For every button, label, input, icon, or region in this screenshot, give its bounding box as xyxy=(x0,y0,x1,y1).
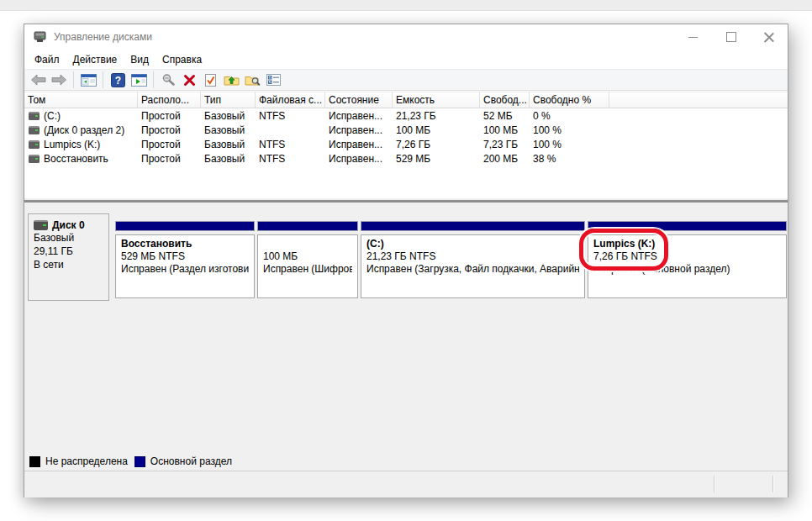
close-button[interactable] xyxy=(750,24,788,50)
volume-fs: NTFS xyxy=(256,139,325,150)
partition-size: 100 МБ xyxy=(263,250,352,263)
disk-management-app-icon xyxy=(33,31,48,43)
volume-status: Исправен... xyxy=(325,139,393,150)
volume-free: 7,23 ГБ xyxy=(480,139,530,150)
legend-item-primary-partition: Основной раздел xyxy=(134,455,232,467)
volume-capacity: 529 МБ xyxy=(393,153,480,165)
volume-fs: NTFS xyxy=(256,153,325,165)
column-header-capacity[interactable]: Емкость xyxy=(393,92,480,108)
volume-free-pct: 100 % xyxy=(530,139,609,150)
partition-name xyxy=(263,238,352,250)
partition-status: Исправен (Раздел изготовит xyxy=(121,263,249,276)
partition-efi-100mb[interactable]: 100 МБ Исправен (Шифров xyxy=(257,221,358,301)
properties-tool-icon[interactable] xyxy=(159,71,177,89)
volume-layout: Простой xyxy=(138,153,201,165)
table-row-disk0-partition2[interactable]: (Диск 0 раздел 2) Простой Базовый Исправ… xyxy=(24,123,788,137)
page-background-strip xyxy=(0,0,812,11)
disk-type: Базовый xyxy=(34,231,108,245)
volume-status: Исправен... xyxy=(325,153,393,165)
minimize-button[interactable] xyxy=(674,24,712,50)
window-title: Управление дисками xyxy=(54,31,152,43)
volume-type: Базовый xyxy=(201,139,256,150)
volume-name: Восстановить xyxy=(44,153,108,165)
menu-action[interactable]: Действие xyxy=(66,51,124,68)
volume-status: Исправен... xyxy=(325,124,393,136)
partition-name: Lumpics (K:) xyxy=(593,238,781,250)
column-header-filesystem[interactable]: Файловая с... xyxy=(256,92,325,108)
explore-folder-icon[interactable] xyxy=(243,71,261,89)
view-options-icon[interactable] xyxy=(264,71,282,89)
delete-volume-icon[interactable] xyxy=(180,71,198,89)
back-icon[interactable] xyxy=(29,71,47,89)
legend-item-unallocated: Не распределена xyxy=(29,455,128,467)
partition-status: Исправен (Шифров xyxy=(263,263,352,276)
volume-name: (Диск 0 раздел 2) xyxy=(44,124,124,136)
column-header-free-pct[interactable]: Свободно % xyxy=(530,92,609,108)
partition-name: Восстановить xyxy=(121,238,249,250)
volume-table-header: Том Располо... Тип Файловая с... Состоян… xyxy=(24,92,788,108)
volume-icon xyxy=(29,155,40,163)
action-pane-icon[interactable] xyxy=(129,71,148,89)
menu-view[interactable]: Вид xyxy=(124,51,156,68)
volume-name: (C:) xyxy=(44,110,61,122)
table-row-volume-c[interactable]: (C:) Простой Базовый NTFS Исправен... 21… xyxy=(24,108,788,123)
legend-swatch-unallocated xyxy=(29,456,40,467)
volume-capacity: 7,26 ГБ xyxy=(393,139,480,150)
close-icon xyxy=(764,32,774,42)
partition-name: (C:) xyxy=(366,238,579,250)
title-bar: Управление дисками xyxy=(24,24,788,50)
menu-file[interactable]: Файл xyxy=(28,51,66,68)
console-tree-icon[interactable] xyxy=(79,71,98,89)
volume-type: Базовый xyxy=(201,153,256,165)
volume-name: Lumpics (K:) xyxy=(44,139,100,150)
status-bar-divider xyxy=(714,476,715,492)
status-bar xyxy=(24,471,788,497)
volume-list-pane: Том Располо... Тип Файловая с... Состоян… xyxy=(24,92,788,198)
minimize-icon xyxy=(688,37,698,38)
volume-free-pct: 0 % xyxy=(530,110,609,122)
volume-icon xyxy=(29,140,40,149)
volume-free: 52 МБ xyxy=(480,110,530,122)
volume-free: 200 МБ xyxy=(480,153,530,165)
volume-layout: Простой xyxy=(138,124,201,136)
svg-text:?: ? xyxy=(114,75,120,87)
maximize-icon xyxy=(726,32,736,42)
volume-capacity: 100 МБ xyxy=(393,124,480,136)
partition-recovery[interactable]: Восстановить 529 МБ NTFS Исправен (Разде… xyxy=(115,221,255,301)
volume-free: 100 МБ xyxy=(480,124,530,136)
forward-icon[interactable] xyxy=(50,71,68,89)
open-folder-up-icon[interactable] xyxy=(222,71,240,89)
disk-management-window: Управление дисками Файл Действие Вид Спр… xyxy=(24,24,788,497)
volume-icon xyxy=(29,126,40,134)
volume-layout: Простой xyxy=(138,139,201,150)
disk0-info-panel[interactable]: Диск 0 Базовый 29,11 ГБ В сети xyxy=(28,213,109,301)
volume-type: Базовый xyxy=(201,124,256,136)
partition-color-bar xyxy=(257,221,358,231)
partition-c[interactable]: (C:) 21,23 ГБ NTFS Исправен (Загрузка, Ф… xyxy=(361,221,585,301)
toolbar-separator xyxy=(153,71,154,88)
legend-swatch-primary xyxy=(134,456,145,467)
column-header-free[interactable]: Свобод... xyxy=(480,92,530,108)
partition-status: Исправен (Загрузка, Файл подкачки, Авари… xyxy=(366,263,579,276)
mark-active-icon[interactable] xyxy=(201,71,219,89)
menu-help[interactable]: Справка xyxy=(156,51,208,68)
disk-name: Диск 0 xyxy=(52,219,85,231)
column-header-volume[interactable]: Том xyxy=(24,92,138,108)
partition-status: Исправен (Основной раздел) xyxy=(593,263,781,276)
help-icon[interactable]: ? xyxy=(108,71,127,89)
toolbar-separator xyxy=(73,71,74,88)
column-header-status[interactable]: Состояние xyxy=(325,92,393,108)
legend-bar: Не распределена Основной раздел xyxy=(24,452,788,471)
menu-bar: Файл Действие Вид Справка xyxy=(24,50,788,69)
column-header-layout[interactable]: Располо... xyxy=(138,92,201,108)
table-row-lumpics-k[interactable]: Lumpics (K:) Простой Базовый NTFS Исправ… xyxy=(24,137,788,151)
table-row-recovery[interactable]: Восстановить Простой Базовый NTFS Исправ… xyxy=(24,151,788,166)
pane-splitter[interactable] xyxy=(24,198,788,206)
volume-layout: Простой xyxy=(138,110,201,122)
legend-label: Основной раздел xyxy=(150,455,232,467)
maximize-button[interactable] xyxy=(712,24,750,50)
partition-lumpics-k[interactable]: Lumpics (K:) 7,26 ГБ NTFS Исправен (Осно… xyxy=(588,221,787,301)
column-header-type[interactable]: Тип xyxy=(201,92,256,108)
partition-color-bar xyxy=(588,221,787,231)
volume-free-pct: 100 % xyxy=(530,124,609,136)
